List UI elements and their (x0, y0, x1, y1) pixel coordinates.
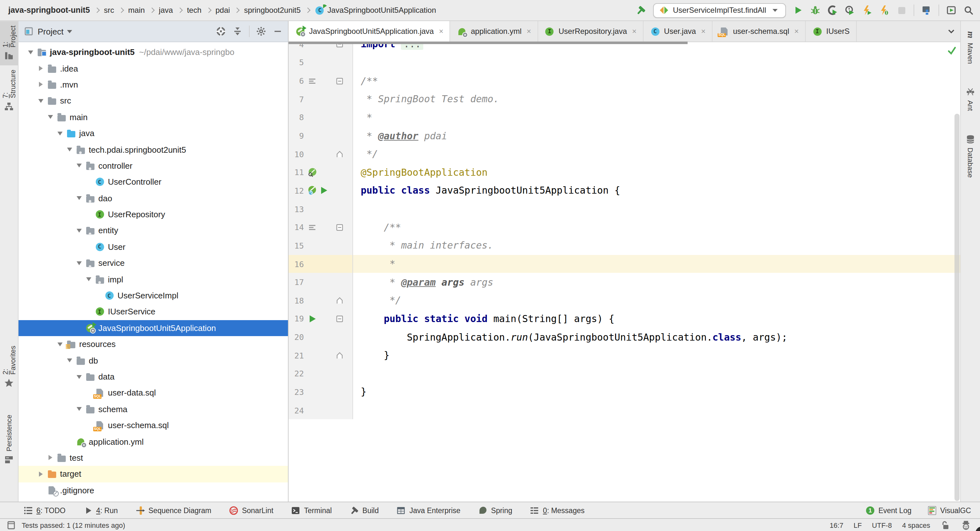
code-line-6[interactable]: 6/** (289, 72, 960, 90)
editor-tab-iusers[interactable]: IIUserS (806, 21, 856, 41)
tree-item-tech-pdai-springboot2unit5[interactable]: tech.pdai.springboot2unit5 (19, 142, 288, 158)
editor-tab-application-yml[interactable]: application.yml× (450, 21, 538, 41)
fold-marker[interactable] (334, 295, 345, 306)
tree-expand-arrow-icon[interactable] (75, 229, 84, 233)
debug-icon[interactable] (810, 5, 820, 15)
tree-item-main[interactable]: main (19, 109, 288, 125)
play-icon[interactable] (307, 314, 317, 324)
tree-expand-arrow-icon[interactable] (75, 262, 84, 265)
tree-item-data[interactable]: data (19, 369, 288, 385)
code-line-22[interactable]: 22 (289, 365, 960, 383)
tree-expand-arrow-icon[interactable] (84, 277, 93, 281)
tree-expand-arrow-icon[interactable] (65, 359, 74, 362)
toolwindow-button-build[interactable]: Build (349, 505, 379, 515)
code-line-17[interactable]: 17 * @param args args (289, 273, 960, 291)
target-icon[interactable] (216, 26, 226, 37)
breadcrumb-item-javaspringbootunit5application[interactable]: CJavaSpringbootUnit5Application (313, 5, 438, 16)
editor-tab-user-schema-sql[interactable]: SQLuser-schema.sql× (713, 21, 806, 41)
tree-expand-arrow-icon[interactable] (65, 148, 74, 151)
bolt-run-icon[interactable] (862, 5, 872, 15)
tree-item-help-md[interactable]: HELP.md (19, 498, 288, 502)
inspections-ok-icon[interactable] (947, 45, 957, 56)
fold-open-icon[interactable] (334, 76, 345, 86)
hidden-tabs-chevron[interactable] (942, 21, 960, 41)
code-line-19[interactable]: 19 public static void main(String[] args… (289, 309, 960, 328)
toolwindow-button-java-enterprise[interactable]: Java Enterprise (396, 505, 461, 515)
reorder-icon[interactable] (307, 76, 317, 86)
breadcrumb-item-java-springboot-unit5[interactable]: java-springboot-unit5 (6, 5, 92, 15)
search-icon[interactable] (963, 5, 974, 15)
toolwindow-button-terminal[interactable]: Terminal (291, 505, 332, 515)
toolwindow-button-4-run[interactable]: 4: Run (83, 505, 118, 515)
tree-item-iuserservice[interactable]: IIUserService (19, 304, 288, 320)
tree-item-schema[interactable]: schema (19, 401, 288, 417)
breadcrumb-item-main[interactable]: main (126, 5, 147, 15)
code-editor[interactable]: 4import ...56/**7 * SpringBoot Test demo… (289, 42, 960, 502)
editor-scrollbar-thumb[interactable] (955, 114, 959, 501)
toolwindow-button-0-messages[interactable]: 0: Messages (530, 505, 584, 515)
code-line-14[interactable]: 14 /** (289, 218, 960, 236)
fold-open-icon[interactable] (334, 222, 345, 232)
close-icon[interactable]: × (527, 27, 531, 36)
tree-expand-arrow-icon[interactable] (75, 407, 84, 411)
tool-button-persistence[interactable]: Persistence (3, 410, 15, 469)
bolt-debug-icon[interactable] (879, 5, 889, 15)
breadcrumb-item-springboot2unit5[interactable]: springboot2unit5 (242, 5, 302, 15)
fold-marker[interactable] (334, 76, 345, 86)
services-icon[interactable] (946, 5, 956, 15)
close-icon[interactable]: × (632, 27, 636, 36)
code-line-15[interactable]: 15 * main interfaces. (289, 236, 960, 255)
code-line-21[interactable]: 21 } (289, 346, 960, 365)
minus-icon[interactable] (273, 26, 283, 37)
fold-marker[interactable] (334, 350, 345, 360)
code-line-11[interactable]: 11@SpringBootApplication (289, 163, 960, 182)
code-line-16[interactable]: 16 * (289, 255, 960, 273)
toolwindow-button-spring[interactable]: Spring (477, 505, 512, 515)
structure-tool-icon[interactable] (921, 5, 931, 15)
tree-item-user[interactable]: CUser (19, 239, 288, 255)
toolwindow-button-visualgc[interactable]: VisualGC (927, 505, 971, 515)
code-line-9[interactable]: 9 * @author pdai (289, 126, 960, 145)
tree-item-controller[interactable]: controller (19, 158, 288, 174)
tool-button-2-favorites[interactable]: 2: Favorites (0, 341, 18, 392)
tree-item-javaspringbootunit5application[interactable]: JavaSpringbootUnit5Application (19, 320, 288, 336)
tree-expand-arrow-icon[interactable] (26, 50, 35, 54)
tree-collapse-arrow-icon[interactable] (46, 455, 55, 461)
tree-expand-arrow-icon[interactable] (56, 342, 64, 346)
tree-item-userrepository[interactable]: IUserRepository (19, 206, 288, 223)
toolwindow-button-event-log[interactable]: 1Event Log (865, 505, 912, 515)
tool-button-database[interactable]: Database (964, 129, 977, 182)
tree-collapse-arrow-icon[interactable] (37, 66, 45, 71)
code-line-12[interactable]: 12public class JavaSpringbootUnit5Applic… (289, 182, 960, 200)
tool-button-1-project[interactable]: 1: Project (0, 21, 18, 65)
toolwindow-button-sequence-diagram[interactable]: Sequence Diagram (135, 505, 211, 515)
tree-item-db[interactable]: db (19, 352, 288, 369)
tree-item-test[interactable]: test (19, 450, 288, 466)
fold-marker[interactable] (334, 222, 345, 232)
code-line-5[interactable]: 5 (289, 53, 960, 72)
tree-item-userserviceimpl[interactable]: CUserServiceImpl (19, 287, 288, 304)
breadcrumb-item-pdai[interactable]: pdai (213, 5, 232, 15)
tree-item-user-schema-sql[interactable]: SQLuser-schema.sql (19, 417, 288, 434)
fold-marker[interactable] (334, 149, 345, 159)
code-line-10[interactable]: 10 */ (289, 145, 960, 163)
lock-open-icon[interactable] (940, 520, 951, 530)
tree-item-java-springboot-unit5[interactable]: java-springboot-unit5~/pdai/www/java-spr… (19, 44, 288, 61)
hammer-green-icon[interactable] (636, 5, 646, 15)
run-configuration-select[interactable]: UserServiceImplTest.findAll (653, 3, 786, 18)
code-line-18[interactable]: 18 */ (289, 291, 960, 309)
reorder-icon[interactable] (307, 222, 317, 232)
close-icon[interactable]: × (701, 27, 705, 36)
collapse-all-icon[interactable] (232, 26, 243, 37)
status-item-4-spaces[interactable]: 4 spaces (902, 521, 930, 529)
tree-expand-arrow-icon[interactable] (46, 115, 55, 119)
close-icon[interactable]: × (439, 27, 443, 36)
tree-item-impl[interactable]: impl (19, 271, 288, 287)
tree-expand-arrow-icon[interactable] (75, 196, 84, 200)
editor-tab-user-java[interactable]: CUser.java× (644, 21, 713, 41)
code-line-7[interactable]: 7 * SpringBoot Test demo. (289, 90, 960, 108)
spring-bean-icon[interactable] (307, 167, 317, 178)
tree-collapse-arrow-icon[interactable] (37, 472, 45, 477)
tool-button-maven[interactable]: mMaven (964, 25, 977, 69)
tree-collapse-arrow-icon[interactable] (37, 82, 45, 87)
